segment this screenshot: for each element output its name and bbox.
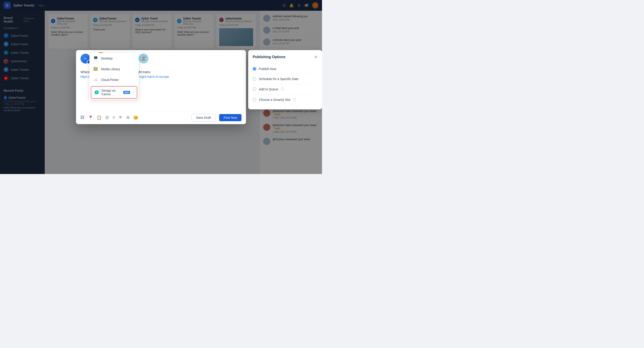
upload-dropdown-menu: 🖥️ Desktop 🖼️ Media Library ☁️ Cloud Pic… [90,53,139,100]
radio-schedule[interactable] [253,77,256,81]
dropdown-label-desktop: Desktop [101,56,112,60]
publish-now-label: Publish Now [259,67,276,71]
preview-icon[interactable]: 👁 [118,115,122,120]
publish-option-smartq[interactable]: Choose a SmartQ Slot ⓘ [253,94,318,105]
radio-publish-now[interactable] [253,67,256,71]
cloud-picker-icon: ☁️ [93,77,98,82]
publishing-panel-header: Publishing Options ✕ [253,54,318,60]
svg-text:C: C [96,91,97,94]
publish-option-queue[interactable]: Add to Queue ⓘ [253,84,318,94]
compose-modal: ZT f 206 ZT 𝕏 ZT in [76,50,246,124]
dropdown-label-canva: Design on Canva [102,89,120,96]
smartq-label: Choose a SmartQ Slot [259,98,290,102]
schedule-label: Schedule for a Specific Date [259,77,298,81]
media-library-icon: 🖼️ [93,66,98,72]
dropdown-label-cloud: Cloud Picker [101,78,119,82]
location-icon[interactable]: 📍 [88,115,93,120]
dropdown-item-cloud[interactable]: ☁️ Cloud Picker [90,74,139,85]
queue-label: Add to Queue [259,88,278,91]
publishing-close-button[interactable]: ✕ [314,54,318,60]
radio-smartq[interactable] [253,98,256,102]
svg-rect-3 [142,59,145,60]
dropdown-label-media: Media Library [101,67,120,71]
dropdown-item-desktop[interactable]: 🖥️ Desktop [90,53,139,64]
queue-help-icon[interactable]: ⓘ [281,87,284,91]
modal-overlay: ZT f 206 ZT 𝕏 ZT in [0,0,322,174]
publish-option-schedule[interactable]: Schedule for a Specific Date [253,74,318,84]
canva-icon: C [94,90,99,95]
compose-toolbar: 🖼 📍 📋 @ # 👁 ♻ 😊 Save Draft Post Now [76,111,246,124]
dropdown-item-media-library[interactable]: 🖼️ Media Library [90,64,139,74]
channel-avatar-facebook[interactable]: ZT f [80,54,90,64]
desktop-icon: 🖥️ [93,56,98,61]
canva-arrow-icon: › [133,91,134,94]
radio-queue[interactable] [253,88,256,91]
mention-icon[interactable]: @ [105,115,109,120]
image-upload-icon[interactable]: 🖼 [80,115,84,120]
avatar-label-fb: ZT [84,58,87,60]
canva-new-badge: NEW [123,91,130,94]
emoji-icon[interactable]: 😊 [133,115,138,120]
publishing-options-panel: Publishing Options ✕ Publish Now Schedul… [248,50,322,109]
hashtag-icon[interactable]: # [113,115,115,120]
avatar-circle-gp [139,54,148,64]
save-draft-button[interactable]: Save Draft [192,114,216,122]
template-icon[interactable]: 📋 [96,115,102,120]
smartq-help-icon[interactable]: ⓘ [293,98,296,102]
channel-avatar-google[interactable] [139,54,148,64]
svg-point-2 [142,56,145,59]
post-now-button[interactable]: Post Now [219,114,242,121]
recycle-icon[interactable]: ♻ [126,115,130,120]
publish-option-now[interactable]: Publish Now [253,64,318,74]
dropdown-item-canva[interactable]: C Design on Canva NEW › [91,86,137,99]
publishing-panel-title: Publishing Options [253,55,286,59]
